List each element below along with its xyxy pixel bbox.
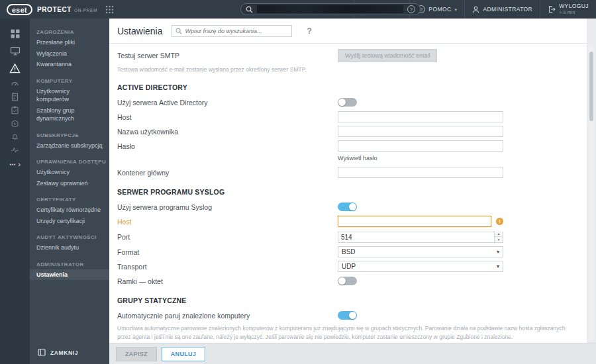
tasks-icon[interactable] [0, 103, 30, 116]
notifications-icon[interactable] [0, 130, 30, 143]
search-icon [175, 28, 182, 34]
auto-pairing-toggle[interactable] [338, 311, 357, 320]
user-menu[interactable]: ADMINISTRATOR [464, 0, 540, 19]
syslog-port-input[interactable] [338, 232, 503, 243]
topbar: eset PROTECT ON-PREM NA SKRÓTY POMOC [0, 0, 596, 19]
sidebar-group-header: ADMINISTRATOR [30, 253, 109, 269]
sidebar-group-header: ZAGROŻENIA [30, 21, 109, 37]
section-header-static-groups: GRUPY STATYCZNE [117, 296, 575, 304]
sidebar-item-kwarantanna[interactable]: Kwarantanna [30, 59, 109, 70]
ad-enable-toggle[interactable] [338, 98, 357, 107]
field-label: Format [117, 248, 338, 256]
action-bar: ZAPISZ ANULUJ [109, 343, 596, 364]
installers-icon[interactable] [0, 116, 30, 130]
ad-host-input[interactable] [338, 111, 503, 122]
smtp-help-text: Testowa wiadomość e-mail zostanie wysłan… [117, 66, 575, 73]
detections-icon[interactable] [0, 60, 30, 77]
cancel-button[interactable]: ANULUJ [162, 347, 205, 361]
static-groups-help-text: Umożliwia automatyczne parowanie znalezi… [117, 324, 575, 341]
sidebar-item-ustawienia[interactable]: Ustawienia [30, 269, 109, 281]
dashboard-icon[interactable] [0, 25, 30, 42]
product-name: PROTECT [37, 6, 72, 13]
ad-root-container-input[interactable] [338, 167, 503, 178]
more-menu-expander[interactable]: ⋯ › [9, 160, 21, 168]
user-label: ADMINISTRATOR [483, 6, 532, 13]
sidebar-item-szablony-grup[interactable]: Szablony grup dynamicznych [30, 105, 109, 124]
syslog-transport-select[interactable]: UDP [338, 261, 503, 272]
field-label: Transport [117, 263, 338, 271]
ad-password-input[interactable] [338, 140, 503, 152]
sidebar-item-urzedy-certyfikacji[interactable]: Urzędy certyfikacji [30, 216, 109, 227]
help-label: POMOC [428, 6, 451, 13]
selected-value: UDP [342, 263, 356, 270]
eset-logo: eset [7, 4, 32, 15]
field-label: Host [117, 113, 338, 121]
brand: eset PROTECT ON-PREM [7, 4, 114, 15]
sidebar-item-wylaczenia[interactable]: Wyłączenia [30, 48, 109, 60]
chevron-down-icon [454, 6, 457, 13]
section-header-active-directory: ACTIVE DIRECTORY [117, 83, 575, 91]
search-help-icon[interactable] [407, 5, 415, 13]
sidebar-item-uzytkownicy-komputerow[interactable]: Użytkownicy komputerów [30, 86, 109, 105]
settings-search-input[interactable] [185, 28, 288, 34]
section-header-syslog: SERWER PROGRAMU SYSLOG [117, 188, 575, 196]
selected-value: BSD [342, 248, 356, 255]
page-help-icon[interactable] [307, 26, 311, 36]
field-label: Nazwa użytkownika [117, 128, 338, 136]
chevron-right-icon: › [18, 160, 21, 168]
field-label: Użyj serwera programu Syslog [117, 203, 338, 211]
field-label: Użyj serwera Active Directory [117, 99, 338, 107]
save-button[interactable]: ZAPISZ [116, 347, 157, 361]
syslog-format-select[interactable]: BSD [338, 246, 503, 257]
field-label: Ramki — oktet [117, 277, 338, 285]
sidebar-item-zarzadzanie-subskrypcja[interactable]: Zarządzanie subskrypcją [30, 140, 109, 152]
main-panel: Ustawienia Testuj serwer SMTP Wyślij tes… [109, 19, 596, 364]
number-spinner[interactable] [494, 231, 503, 242]
more-dots-icon: ⋯ [9, 161, 17, 168]
sidebar-group-header: CERTYFIKATY [30, 189, 109, 205]
logout-label: WYLOGUJ [559, 3, 589, 10]
status-overview-icon[interactable] [0, 143, 30, 156]
sidebar-item-zestawy-uprawnien[interactable]: Zestawy uprawnień [30, 178, 109, 189]
apps-grid-icon[interactable] [105, 5, 114, 14]
logout-timer: > 9 min [559, 10, 589, 15]
sidebar-group-header: AUDYT AKTYWNOŚCI [30, 226, 109, 242]
computers-icon[interactable] [0, 42, 30, 60]
syslog-octet-framing-toggle[interactable] [338, 277, 357, 285]
spinner-down-icon[interactable] [495, 237, 503, 242]
field-label: Kontener główny [117, 169, 338, 177]
logout-button[interactable]: WYLOGUJ > 9 min [540, 0, 596, 19]
search-icon [246, 6, 253, 13]
show-password-link[interactable]: Wyświetl hasło [338, 155, 377, 161]
search-redacted-text [257, 5, 403, 13]
vertical-scrollbar[interactable] [589, 45, 594, 341]
spinner-up-icon[interactable] [495, 231, 503, 237]
sidebar-close-button[interactable]: ZAMKNIJ [30, 346, 109, 359]
field-label: Port [117, 233, 338, 241]
ad-username-input[interactable] [338, 126, 503, 137]
sidebar-item-przeslane-pliki[interactable]: Przesłane pliki [30, 37, 109, 48]
nav-rail: ⋯ › [0, 19, 30, 364]
submitted-files-icon[interactable] [0, 90, 30, 103]
logout-icon [548, 5, 556, 13]
page-header: Ustawienia [109, 19, 587, 44]
syslog-enable-toggle[interactable] [338, 203, 357, 211]
send-test-email-button[interactable]: Wyślij testową wiadomość email [338, 49, 437, 62]
user-icon [472, 6, 479, 13]
syslog-host-input[interactable] [338, 216, 491, 227]
product-edition: ON-PREM [74, 8, 97, 13]
settings-search[interactable] [172, 25, 292, 37]
settings-form: Testuj serwer SMTP Wyślij testową wiadom… [109, 44, 587, 343]
scrollbar-thumb[interactable] [589, 52, 593, 121]
reports-icon[interactable] [0, 77, 30, 90]
field-label: Hasło [117, 142, 338, 150]
sidebar-item-uzytkownicy[interactable]: Użytkownicy [30, 167, 109, 178]
sidebar-group-header: UPRAWNIENIA DOSTĘPU [30, 151, 109, 167]
validation-warning-icon [496, 218, 503, 225]
global-search[interactable] [240, 3, 421, 15]
sidebar-item-dziennik-audytu[interactable]: Dziennik audytu [30, 242, 109, 253]
collapse-panel-icon [38, 349, 46, 356]
field-label-invalid: Host [117, 218, 338, 226]
more-menu-sidebar: ZAGROŻENIA Przesłane pliki Wyłączenia Kw… [30, 19, 109, 364]
sidebar-item-certyfikaty-rownorzedne[interactable]: Certyfikaty równorzędne [30, 205, 109, 216]
